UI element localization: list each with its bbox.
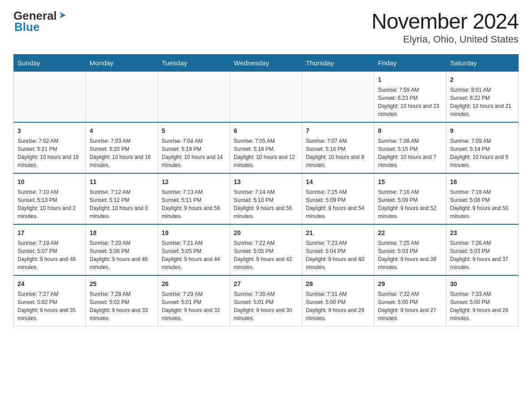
calendar-cell: 29Sunrise: 7:32 AMSunset: 5:00 PMDayligh… [374, 275, 446, 326]
sunrise-text: Sunrise: 7:09 AM [450, 137, 515, 145]
sunset-text: Sunset: 5:10 PM [234, 196, 298, 204]
calendar-cell: 2Sunrise: 8:01 AMSunset: 6:22 PMDaylight… [446, 72, 519, 123]
daylight-text: Daylight: 9 hours and 48 minutes. [17, 255, 82, 271]
daylight-text: Daylight: 10 hours and 16 minutes. [90, 153, 154, 169]
calendar-cell: 11Sunrise: 7:12 AMSunset: 5:12 PMDayligh… [86, 173, 158, 224]
day-number: 8 [378, 126, 442, 136]
day-number: 14 [306, 177, 370, 187]
sunrise-text: Sunrise: 7:33 AM [450, 290, 515, 298]
day-number: 11 [90, 177, 154, 187]
day-number: 25 [90, 279, 154, 289]
calendar-week-row-4: 24Sunrise: 7:27 AMSunset: 5:02 PMDayligh… [14, 275, 519, 326]
sunset-text: Sunset: 5:00 PM [378, 298, 442, 306]
day-number: 23 [450, 228, 515, 238]
logo-blue-text: Blue [14, 20, 39, 34]
sunset-text: Sunset: 5:13 PM [17, 196, 82, 204]
calendar-cell [158, 72, 230, 123]
calendar-cell: 10Sunrise: 7:10 AMSunset: 5:13 PMDayligh… [14, 173, 86, 224]
sunrise-text: Sunrise: 7:26 AM [450, 239, 515, 247]
logo: General Blue [13, 9, 68, 34]
calendar-subtitle: Elyria, Ohio, United States [371, 34, 519, 45]
calendar-cell [14, 72, 86, 123]
sunrise-text: Sunrise: 8:01 AM [450, 86, 515, 94]
sunset-text: Sunset: 5:11 PM [162, 196, 226, 204]
daylight-text: Daylight: 9 hours and 58 minutes. [162, 204, 226, 220]
calendar-cell: 27Sunrise: 7:30 AMSunset: 5:01 PMDayligh… [230, 275, 302, 326]
daylight-text: Daylight: 10 hours and 14 minutes. [162, 153, 226, 169]
daylight-text: Daylight: 9 hours and 40 minutes. [306, 255, 370, 271]
daylight-text: Daylight: 10 hours and 5 minutes. [450, 153, 515, 169]
daylight-text: Daylight: 10 hours and 23 minutes. [378, 102, 442, 118]
sunset-text: Sunset: 5:01 PM [234, 298, 298, 306]
sunrise-text: Sunrise: 7:13 AM [162, 188, 226, 196]
sunrise-text: Sunrise: 7:16 AM [378, 188, 442, 196]
sunset-text: Sunset: 5:04 PM [306, 247, 370, 255]
daylight-text: Daylight: 10 hours and 9 minutes. [306, 153, 370, 169]
calendar-cell: 23Sunrise: 7:26 AMSunset: 5:03 PMDayligh… [446, 224, 519, 275]
calendar-cell: 30Sunrise: 7:33 AMSunset: 5:00 PMDayligh… [446, 275, 519, 326]
daylight-text: Daylight: 10 hours and 7 minutes. [378, 153, 442, 169]
day-number: 12 [162, 177, 226, 187]
sunrise-text: Sunrise: 7:10 AM [17, 188, 82, 196]
calendar-cell: 25Sunrise: 7:28 AMSunset: 5:02 PMDayligh… [86, 275, 158, 326]
day-number: 1 [378, 75, 442, 85]
daylight-text: Daylight: 9 hours and 33 minutes. [90, 306, 154, 322]
sunrise-text: Sunrise: 7:14 AM [234, 188, 298, 196]
day-number: 26 [162, 279, 226, 289]
sunset-text: Sunset: 5:15 PM [378, 145, 442, 153]
svg-marker-0 [60, 12, 66, 18]
sunset-text: Sunset: 5:05 PM [162, 247, 226, 255]
daylight-text: Daylight: 9 hours and 35 minutes. [17, 306, 82, 322]
calendar-cell: 20Sunrise: 7:22 AMSunset: 5:05 PMDayligh… [230, 224, 302, 275]
daylight-text: Daylight: 9 hours and 26 minutes. [450, 306, 515, 322]
header-thursday: Thursday [302, 55, 374, 72]
daylight-text: Daylight: 10 hours and 21 minutes. [450, 102, 515, 118]
calendar-cell [230, 72, 302, 123]
sunset-text: Sunset: 5:20 PM [90, 145, 154, 153]
sunset-text: Sunset: 5:01 PM [162, 298, 226, 306]
sunset-text: Sunset: 5:00 PM [306, 298, 370, 306]
daylight-text: Daylight: 10 hours and 0 minutes. [90, 204, 154, 220]
sunset-text: Sunset: 6:22 PM [450, 94, 515, 102]
page-header: General Blue November 2024 Elyria, Ohio,… [13, 9, 519, 45]
calendar-cell: 26Sunrise: 7:29 AMSunset: 5:01 PMDayligh… [158, 275, 230, 326]
sunset-text: Sunset: 5:16 PM [306, 145, 370, 153]
daylight-text: Daylight: 10 hours and 12 minutes. [234, 153, 298, 169]
calendar-cell: 16Sunrise: 7:18 AMSunset: 5:08 PMDayligh… [446, 173, 519, 224]
header-friday: Friday [374, 55, 446, 72]
sunset-text: Sunset: 5:19 PM [162, 145, 226, 153]
calendar-title: November 2024 [371, 9, 519, 34]
sunrise-text: Sunrise: 7:30 AM [234, 290, 298, 298]
day-number: 28 [306, 279, 370, 289]
daylight-text: Daylight: 10 hours and 2 minutes. [17, 204, 82, 220]
calendar-cell: 4Sunrise: 7:03 AMSunset: 5:20 PMDaylight… [86, 122, 158, 173]
day-number: 17 [17, 228, 82, 238]
calendar-cell: 21Sunrise: 7:23 AMSunset: 5:04 PMDayligh… [302, 224, 374, 275]
calendar-cell: 28Sunrise: 7:31 AMSunset: 5:00 PMDayligh… [302, 275, 374, 326]
day-number: 9 [450, 126, 515, 136]
calendar-cell: 15Sunrise: 7:16 AMSunset: 5:09 PMDayligh… [374, 173, 446, 224]
calendar-cell: 14Sunrise: 7:15 AMSunset: 5:09 PMDayligh… [302, 173, 374, 224]
header-sunday: Sunday [14, 55, 86, 72]
calendar-cell: 6Sunrise: 7:05 AMSunset: 5:18 PMDaylight… [230, 122, 302, 173]
calendar-week-row-1: 3Sunrise: 7:02 AMSunset: 5:21 PMDaylight… [14, 122, 519, 173]
header-saturday: Saturday [446, 55, 519, 72]
day-number: 30 [450, 279, 515, 289]
logo-arrow-icon [58, 10, 68, 20]
daylight-text: Daylight: 9 hours and 30 minutes. [234, 306, 298, 322]
day-number: 24 [17, 279, 82, 289]
day-number: 4 [90, 126, 154, 136]
calendar-header-row: Sunday Monday Tuesday Wednesday Thursday… [14, 55, 519, 72]
sunrise-text: Sunrise: 7:08 AM [378, 137, 442, 145]
calendar-cell: 12Sunrise: 7:13 AMSunset: 5:11 PMDayligh… [158, 173, 230, 224]
day-number: 10 [17, 177, 82, 187]
sunset-text: Sunset: 5:06 PM [90, 247, 154, 255]
calendar-cell: 17Sunrise: 7:19 AMSunset: 5:07 PMDayligh… [14, 224, 86, 275]
day-number: 7 [306, 126, 370, 136]
calendar-cell: 1Sunrise: 7:59 AMSunset: 6:23 PMDaylight… [374, 72, 446, 123]
daylight-text: Daylight: 9 hours and 32 minutes. [162, 306, 226, 322]
day-number: 13 [234, 177, 298, 187]
calendar-cell [86, 72, 158, 123]
sunset-text: Sunset: 5:02 PM [17, 298, 82, 306]
daylight-text: Daylight: 9 hours and 46 minutes. [90, 255, 154, 271]
